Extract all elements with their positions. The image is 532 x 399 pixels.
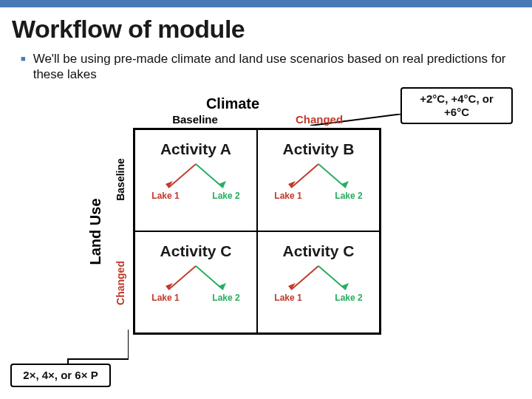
branch-diagram: Lake 1 Lake 2 [135,265,256,309]
scenario-matrix: Climate Baseline Changed Land Use Baseli… [89,107,399,358]
svg-marker-11 [219,283,226,290]
row-labels: Baseline Changed [112,128,129,335]
lake-1-label: Lake 1 [274,191,301,201]
cell-activity-c-left: Activity C Lake 1 Lake 2 [134,231,257,333]
branch-diagram: Lake 1 Lake 2 [258,163,379,207]
branch-diagram: Lake 1 Lake 2 [135,163,256,207]
lake-1-label: Lake 1 [274,293,301,303]
svg-marker-7 [341,181,349,188]
bullet-icon: ■ [21,54,26,63]
matrix-grid: Activity A Lake 1 Lake 2 Activity B [133,128,381,335]
bullet-item: ■ We'll be using pre-made climate and la… [0,50,532,83]
cell-title: Activity C [160,242,232,260]
slide-title: Workflow of module [0,7,532,50]
svg-line-8 [168,266,196,290]
axis-climate-label: Climate [89,95,377,112]
row-label-changed: Changed [112,231,129,335]
axis-landuse-label: Land Use [87,128,103,335]
col-label-baseline: Baseline [133,113,257,126]
svg-line-4 [291,164,318,188]
cell-title: Activity A [160,140,231,158]
lake-2-label: Lake 2 [212,293,239,303]
branch-diagram: Lake 1 Lake 2 [258,265,379,309]
bullet-text: We'll be using pre-made climate and land… [33,51,511,83]
axis-landuse-text: Land Use [87,198,104,265]
svg-line-12 [291,266,318,290]
column-labels: Baseline Changed [133,113,381,126]
svg-marker-3 [219,181,226,188]
cell-activity-a: Activity A Lake 1 Lake 2 [134,129,257,231]
lake-2-label: Lake 2 [212,191,239,201]
svg-line-0 [168,164,196,188]
cell-activity-c-right: Activity C Lake 1 Lake 2 [257,231,380,333]
lake-1-label: Lake 1 [151,191,179,201]
slide-top-accent [0,0,532,7]
lake-2-label: Lake 2 [335,293,362,303]
cell-title: Activity B [283,140,355,158]
cell-activity-b: Activity B Lake 1 Lake 2 [257,129,380,231]
callout-climate-options: +2°C, +4°C, or +6°C [400,87,513,124]
lake-2-label: Lake 2 [335,191,362,201]
cell-title: Activity C [283,242,355,260]
col-label-changed: Changed [257,113,381,126]
svg-marker-15 [341,283,349,290]
lake-1-label: Lake 1 [151,293,179,303]
callout-landuse-options: 2×, 4×, or 6× P [10,364,111,387]
row-label-baseline: Baseline [112,128,129,231]
